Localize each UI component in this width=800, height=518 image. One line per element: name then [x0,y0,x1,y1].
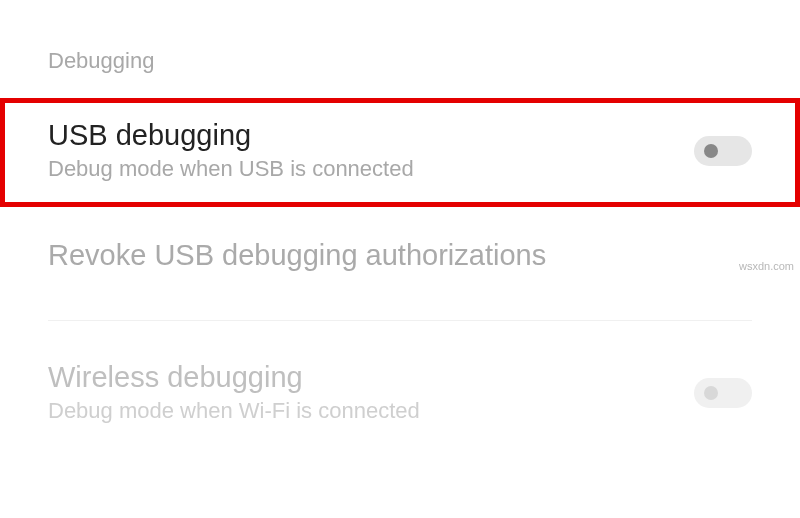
usb-debugging-text: USB debugging Debug mode when USB is con… [48,119,694,182]
usb-debugging-subtitle: Debug mode when USB is connected [48,156,694,182]
wireless-debugging-row[interactable]: Wireless debugging Debug mode when Wi-Fi… [0,341,800,448]
section-header-debugging: Debugging [0,0,800,98]
usb-debugging-toggle[interactable] [694,136,752,166]
toggle-knob-icon [704,386,718,400]
usb-debugging-title: USB debugging [48,119,694,152]
wireless-debugging-subtitle: Debug mode when Wi-Fi is connected [48,398,694,424]
toggle-knob-icon [704,144,718,158]
watermark: wsxdn.com [739,260,794,272]
divider [48,320,752,321]
wireless-debugging-title: Wireless debugging [48,361,694,394]
wireless-debugging-text: Wireless debugging Debug mode when Wi-Fi… [48,361,694,424]
wireless-debugging-toggle[interactable] [694,378,752,408]
revoke-authorizations-row[interactable]: Revoke USB debugging authorizations [0,207,800,320]
usb-debugging-row[interactable]: USB debugging Debug mode when USB is con… [0,98,800,207]
settings-container: Debugging USB debugging Debug mode when … [0,0,800,448]
